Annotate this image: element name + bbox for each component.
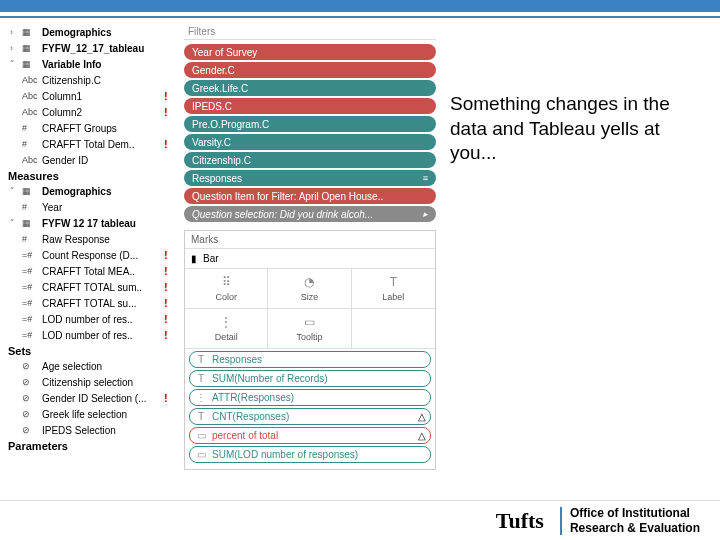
field-label: LOD number of res..: [42, 314, 160, 325]
type-icon: ⊘: [22, 393, 38, 403]
type-icon: =#: [22, 250, 38, 260]
marks-cell-icon: ▭: [272, 315, 346, 329]
type-icon: Abc: [22, 75, 38, 85]
dimension-field[interactable]: AbcColumn1!: [8, 88, 176, 104]
filter-pill[interactable]: Greek.Life.C: [184, 80, 436, 96]
marks-heading: Marks: [185, 231, 435, 249]
field-label: Raw Response: [42, 234, 160, 245]
set-field[interactable]: ⊘IPEDS Selection: [8, 422, 176, 438]
pill-label: Varsity.C: [192, 137, 428, 148]
pill-label: Question Item for Filter: April Open Hou…: [192, 191, 428, 202]
marks-color-button[interactable]: ⠿Color: [185, 269, 268, 309]
type-icon: #: [22, 202, 38, 212]
dimension-field[interactable]: ›▦FYFW_12_17_tableau: [8, 40, 176, 56]
marks-detail-button[interactable]: ⋮Detail: [185, 309, 268, 349]
field-label: Gender ID: [42, 155, 160, 166]
type-icon: ⊘: [22, 409, 38, 419]
type-icon: ▦: [22, 186, 38, 196]
pill-label: Greek.Life.C: [192, 83, 428, 94]
set-field[interactable]: ⊘Gender ID Selection (...!: [8, 390, 176, 406]
parameters-heading: Parameters: [8, 440, 176, 452]
dimension-field[interactable]: AbcColumn2!: [8, 104, 176, 120]
marks-label-button[interactable]: TLabel: [352, 269, 435, 309]
expand-icon: ˅: [10, 59, 18, 69]
filter-pill[interactable]: Varsity.C: [184, 134, 436, 150]
field-label: Count Response (D...: [42, 250, 160, 261]
measure-field[interactable]: #Raw Response: [8, 231, 176, 247]
measure-field[interactable]: ˅▦Demographics: [8, 183, 176, 199]
set-field[interactable]: ⊘Age selection: [8, 358, 176, 374]
expand-icon: ˅: [10, 218, 18, 228]
field-label: FYFW_12_17_tableau: [42, 43, 160, 54]
field-label: CRAFFT Total Dem..: [42, 139, 160, 150]
filter-pill[interactable]: Year of Survey: [184, 44, 436, 60]
marks-shelf-pill[interactable]: TResponses: [189, 351, 431, 368]
filter-pill[interactable]: Citizenship.C: [184, 152, 436, 168]
dimension-field[interactable]: AbcCitizenship.C: [8, 72, 176, 88]
pill-label: Gender.C: [192, 65, 428, 76]
field-label: CRAFFT TOTAL sum..: [42, 282, 160, 293]
field-label: Gender ID Selection (...: [42, 393, 160, 404]
filter-pill[interactable]: IPEDS.C: [184, 98, 436, 114]
filter-pill[interactable]: Pre.O.Program.C: [184, 116, 436, 132]
field-label: CRAFFT TOTAL su...: [42, 298, 160, 309]
shelf-pill-label: SUM(LOD number of responses): [212, 449, 426, 460]
field-label: LOD number of res..: [42, 330, 160, 341]
marks-card: Marks ▮ Bar ⠿Color◔SizeTLabel⋮Detail▭Too…: [184, 230, 436, 470]
measure-field[interactable]: =#Count Response (D...!: [8, 247, 176, 263]
dimension-field[interactable]: AbcGender ID: [8, 152, 176, 168]
filter-pill[interactable]: Question selection: Did you drink alcoh.…: [184, 206, 436, 222]
marks-size-button[interactable]: ◔Size: [268, 269, 351, 309]
measure-field[interactable]: =#LOD number of res..!: [8, 311, 176, 327]
alert-icon: !: [164, 138, 174, 150]
pill-icon: ≡: [423, 173, 428, 183]
marks-cell-icon: ◔: [272, 275, 346, 289]
marks-type-selector[interactable]: ▮ Bar: [185, 249, 435, 269]
type-icon: ▦: [22, 43, 38, 53]
field-label: FYFW 12 17 tableau: [42, 218, 160, 229]
field-label: Demographics: [42, 27, 160, 38]
fields-panel: ›▦Demographics›▦FYFW_12_17_tableau˅▦Vari…: [0, 22, 180, 492]
pill-label: Question selection: Did you drink alcoh.…: [192, 209, 419, 220]
marks-tooltip-button[interactable]: ▭Tooltip: [268, 309, 351, 349]
marks-shelf-pill[interactable]: ▭SUM(LOD number of responses): [189, 446, 431, 463]
dimension-field[interactable]: #CRAFFT Groups: [8, 120, 176, 136]
filter-pill[interactable]: Question Item for Filter: April Open Hou…: [184, 188, 436, 204]
shelf-slot-icon: ▭: [194, 449, 208, 460]
type-icon: Abc: [22, 91, 38, 101]
set-field[interactable]: ⊘Citizenship selection: [8, 374, 176, 390]
measure-field[interactable]: =#CRAFFT TOTAL sum..!: [8, 279, 176, 295]
measure-field[interactable]: ˅▦FYFW 12 17 tableau: [8, 215, 176, 231]
sets-heading: Sets: [8, 345, 176, 357]
measure-field[interactable]: =#CRAFFT TOTAL su...!: [8, 295, 176, 311]
dimension-field[interactable]: #CRAFFT Total Dem..!: [8, 136, 176, 152]
pill-icon: ▸: [423, 209, 428, 219]
filter-pill[interactable]: Gender.C: [184, 62, 436, 78]
dimension-field[interactable]: ˅▦Variable Info: [8, 56, 176, 72]
marks-shelf-pill[interactable]: ⋮ATTR(Responses): [189, 389, 431, 406]
marks-shelf-pill[interactable]: ▭percent of total△: [189, 427, 431, 444]
field-label: Column1: [42, 91, 160, 102]
type-icon: #: [22, 139, 38, 149]
filter-pill[interactable]: Responses≡: [184, 170, 436, 186]
type-icon: =#: [22, 330, 38, 340]
expand-icon: ›: [10, 27, 18, 37]
type-icon: #: [22, 123, 38, 133]
pill-label: IPEDS.C: [192, 101, 428, 112]
set-field[interactable]: ⊘Greek life selection: [8, 406, 176, 422]
marks-shelf-pill[interactable]: TCNT(Responses)△: [189, 408, 431, 425]
shelf-pill-label: Responses: [212, 354, 426, 365]
alert-icon: !: [164, 106, 174, 118]
measure-field[interactable]: #Year: [8, 199, 176, 215]
marks-type-label: Bar: [203, 253, 219, 264]
dimension-field[interactable]: ›▦Demographics: [8, 24, 176, 40]
type-icon: Abc: [22, 107, 38, 117]
measure-field[interactable]: =#CRAFFT Total MEA..!: [8, 263, 176, 279]
marks-empty-button: [352, 309, 435, 349]
marks-shelf-pill[interactable]: TSUM(Number of Records): [189, 370, 431, 387]
alert-icon: !: [164, 392, 174, 404]
alert-icon: !: [164, 249, 174, 261]
alert-icon: !: [164, 329, 174, 341]
measure-field[interactable]: =#LOD number of res..!: [8, 327, 176, 343]
field-label: Column2: [42, 107, 160, 118]
